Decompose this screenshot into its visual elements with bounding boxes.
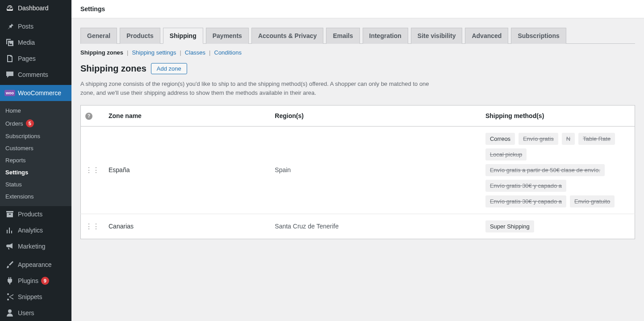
section-heading: Shipping zones — [80, 63, 146, 74]
drag-handle-icon[interactable]: ⋮⋮ — [85, 166, 100, 174]
dashboard-icon — [5, 4, 14, 13]
section-description: A shipping zone consists of the region(s… — [80, 80, 438, 97]
woocommerce-icon: woo — [5, 89, 14, 97]
sidebar-item-comments[interactable]: Comments — [0, 67, 71, 83]
col-region: Region(s) — [270, 106, 481, 127]
col-help: ? — [81, 106, 105, 127]
sidebar-item-pages[interactable]: Pages — [0, 51, 71, 67]
sidebar-item-label: Posts — [18, 23, 33, 30]
plugins-badge: 9 — [41, 277, 49, 285]
sidebar-item-label: Comments — [18, 71, 48, 78]
page-title: Settings — [80, 5, 105, 13]
shipping-method-badge[interactable]: N — [562, 133, 575, 145]
subnav-shipping-zones[interactable]: Shipping zones — [80, 49, 123, 56]
shipping-method-badge[interactable]: Envío gratuito — [570, 195, 615, 207]
pin-icon — [5, 22, 14, 31]
drag-handle-icon[interactable]: ⋮⋮ — [85, 223, 100, 230]
sidebar-subitem-settings[interactable]: Settings — [0, 166, 71, 178]
tab-site-visibility[interactable]: Site visibility — [411, 28, 463, 44]
sidebar-item-label: Snippets — [18, 293, 42, 300]
subnav-classes[interactable]: Classes — [185, 49, 205, 56]
topbar: Settings — [71, 0, 644, 18]
sidebar-subitem-orders[interactable]: Orders 5 — [0, 117, 71, 130]
tab-shipping[interactable]: Shipping — [163, 28, 203, 44]
sidebar-item-woocommerce[interactable]: woo WooCommerce — [0, 85, 71, 101]
sidebar-subitem-subscriptions[interactable]: Subscriptions — [0, 130, 71, 142]
tab-products[interactable]: Products — [120, 28, 160, 44]
sidebar-item-label: Media — [18, 39, 35, 46]
sidebar-item-media[interactable]: Media — [0, 34, 71, 51]
sidebar-item-label: Analytics — [18, 227, 43, 234]
shipping-method-badge[interactable]: Envío gratis — [519, 133, 558, 145]
add-zone-button[interactable]: Add zone — [151, 63, 187, 74]
zone-region: Santa Cruz de Tenerife — [270, 214, 481, 239]
sidebar-item-label: Products — [18, 211, 42, 218]
page-icon — [5, 54, 14, 63]
sidebar-item-plugins[interactable]: Plugins 9 — [0, 273, 71, 289]
plugin-icon — [5, 276, 14, 285]
sidebar-item-marketing[interactable]: Marketing — [0, 238, 71, 254]
sidebar-subitem-status[interactable]: Status — [0, 178, 71, 190]
sidebar-item-label: Users — [18, 309, 34, 317]
media-icon — [5, 38, 14, 47]
subnav-shipping-settings[interactable]: Shipping settings — [132, 49, 176, 56]
sidebar-item-analytics[interactable]: Analytics — [0, 222, 71, 238]
main-content: Settings GeneralProductsShippingPayments… — [71, 0, 644, 321]
sidebar-subitem-reports[interactable]: Reports — [0, 154, 71, 166]
sidebar-item-posts[interactable]: Posts — [0, 18, 71, 34]
orders-badge: 5 — [26, 119, 34, 127]
sidebar-item-label: Plugins — [18, 277, 38, 284]
sidebar-item-label: Appearance — [18, 261, 52, 268]
sidebar-item-label: Dashboard — [18, 4, 49, 12]
sidebar-item-label: Marketing — [18, 243, 45, 250]
chart-icon — [5, 226, 14, 235]
brush-icon — [5, 260, 14, 269]
sidebar-item-dashboard[interactable]: Dashboard — [0, 0, 71, 16]
zone-region: Spain — [270, 126, 481, 214]
scissors-icon — [5, 292, 14, 301]
shipping-zones-table: ? Zone name Region(s) Shipping method(s)… — [80, 105, 635, 239]
table-row: ⋮⋮EspañaSpainCorreosEnvío gratisNTable R… — [81, 126, 635, 214]
user-icon — [5, 308, 14, 317]
tab-payments[interactable]: Payments — [206, 28, 249, 44]
sidebar-subitem-customers[interactable]: Customers — [0, 142, 71, 154]
shipping-method-badge[interactable]: Super Shipping — [485, 220, 534, 232]
sidebar-item-users[interactable]: Users — [0, 305, 71, 321]
zone-name-link[interactable]: España — [109, 166, 130, 173]
comment-icon — [5, 70, 14, 79]
sidebar-item-label: WooCommerce — [18, 89, 61, 97]
sidebar-subitem-extensions[interactable]: Extensions — [0, 190, 71, 203]
sidebar-item-appearance[interactable]: Appearance — [0, 257, 71, 273]
tab-general[interactable]: General — [80, 28, 117, 44]
shipping-method-badge[interactable]: Correos — [485, 133, 515, 145]
tab-subscriptions[interactable]: Subscriptions — [511, 28, 566, 44]
table-row: ⋮⋮CanariasSanta Cruz de TenerifeSuper Sh… — [81, 214, 635, 239]
tab-advanced[interactable]: Advanced — [465, 28, 508, 44]
sidebar-subitem-home[interactable]: Home — [0, 105, 71, 117]
col-zone-name: Zone name — [104, 106, 270, 127]
megaphone-icon — [5, 242, 14, 251]
archive-icon — [5, 210, 14, 219]
shipping-method-badge[interactable]: Local pickup — [485, 148, 527, 160]
admin-sidebar: Dashboard Posts Media Pages Comments — [0, 0, 71, 321]
tab-accounts-privacy[interactable]: Accounts & Privacy — [251, 28, 324, 44]
shipping-subnav: Shipping zones|Shipping settings|Classes… — [80, 49, 635, 56]
shipping-method-badge[interactable]: Envío gratis 30€ y capado a — [485, 195, 566, 207]
sidebar-item-products[interactable]: Products — [0, 206, 71, 222]
zone-name-link[interactable]: Canarias — [109, 223, 134, 230]
tab-emails[interactable]: Emails — [326, 28, 360, 44]
shipping-method-badge[interactable]: Envío gratis a partir de 50€ clase de en… — [485, 164, 605, 176]
shipping-method-badge[interactable]: Table Rate — [578, 133, 615, 145]
sidebar-item-label: Pages — [18, 55, 36, 62]
woocommerce-submenu: Home Orders 5 Subscriptions Customers Re… — [0, 101, 71, 206]
help-icon[interactable]: ? — [85, 113, 92, 120]
shipping-method-badge[interactable]: Envío gratis 30€ y capado a — [485, 180, 566, 192]
settings-tabs: GeneralProductsShippingPaymentsAccounts … — [80, 27, 635, 44]
sidebar-item-snippets[interactable]: Snippets — [0, 289, 71, 305]
tab-integration[interactable]: Integration — [363, 28, 408, 44]
col-methods: Shipping method(s) — [481, 106, 635, 127]
subnav-conditions[interactable]: Conditions — [214, 49, 242, 56]
